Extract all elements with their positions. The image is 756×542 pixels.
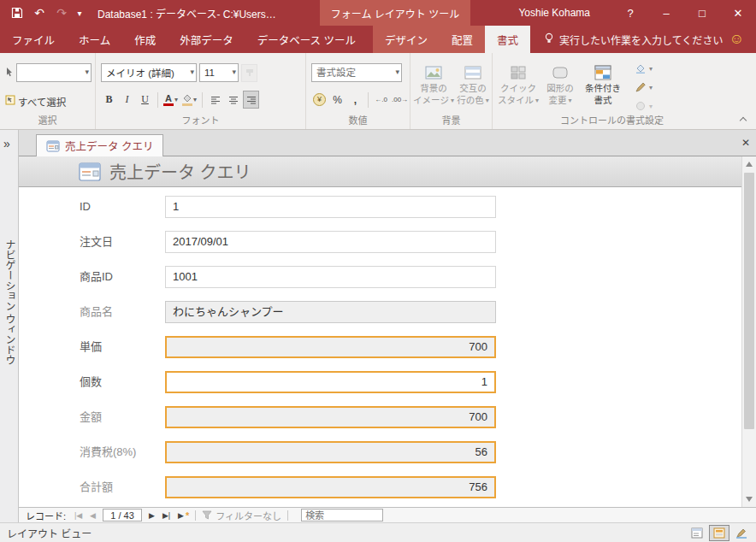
filter-status[interactable]: フィルターなし xyxy=(216,509,281,522)
currency-format-button[interactable]: ¥ xyxy=(311,91,328,109)
chevron-down-icon: ▾ xyxy=(85,68,89,76)
tab-create[interactable]: 作成 xyxy=(122,26,168,53)
scroll-down-icon[interactable] xyxy=(746,497,753,502)
chevron-down-icon: ▾ xyxy=(193,96,197,103)
form-body: ID 1 注文日 2017/09/01 商品ID 1001 商品名 わにちゃんシ… xyxy=(19,187,741,507)
form-field-row: ID 1 xyxy=(19,196,741,218)
current-record-box[interactable]: 1 / 43 xyxy=(103,509,142,521)
underline-button[interactable]: U xyxy=(137,91,153,109)
record-search-input[interactable] xyxy=(301,509,383,521)
scrollbar-thumb[interactable] xyxy=(744,173,754,429)
tab-home[interactable]: ホーム xyxy=(67,26,122,53)
form-field-row: 合計額 756 xyxy=(19,476,741,498)
maximize-button[interactable]: □ xyxy=(684,0,720,26)
form-document-area: 売上データ クエリ ID 1 注文日 2017/09/01 商品ID 1001 … xyxy=(19,156,756,507)
field-input-product-name[interactable]: わにちゃんシャンプー xyxy=(165,301,496,323)
comma-format-button[interactable]: , xyxy=(347,91,363,109)
align-right-button[interactable] xyxy=(243,91,259,109)
quick-styles-button[interactable]: クイック スタイル▾ xyxy=(496,60,540,118)
font-name-combobox[interactable]: ▾ xyxy=(101,63,197,82)
form-icon xyxy=(79,162,101,181)
minimize-button[interactable]: – xyxy=(648,0,684,26)
document-tab[interactable]: 売上データ クエリ xyxy=(36,134,163,156)
form-field-row: 金額 700 xyxy=(19,406,741,428)
tab-format[interactable]: 書式 xyxy=(485,26,530,53)
layout-view-icon xyxy=(713,527,725,539)
shape-outline-button[interactable]: ▾ xyxy=(631,79,656,96)
align-left-button[interactable] xyxy=(207,91,223,109)
titlebar: ↶ ↷ ▾ Database1 : データベース- C:¥Users… フォーム… xyxy=(0,0,756,26)
select-all-button[interactable]: すべて選択 xyxy=(17,92,67,110)
qat-customize-button[interactable]: ▾ xyxy=(74,3,86,23)
tab-design[interactable]: デザイン xyxy=(373,26,440,53)
quick-styles-icon xyxy=(509,64,528,81)
user-name[interactable]: Yoshie Kohama xyxy=(518,7,590,19)
shape-fill-button[interactable]: ▾ xyxy=(631,60,656,77)
object-selector-input[interactable] xyxy=(17,64,91,81)
paint-bucket-icon xyxy=(181,94,192,103)
field-input-unit-price[interactable]: 700 xyxy=(165,336,496,358)
background-image-button[interactable]: 背景の イメージ▾ xyxy=(414,60,453,118)
fill-color-swatch xyxy=(182,103,192,106)
ribbon-group-selection: ▾ すべて選択 選択 xyxy=(0,53,96,129)
layout-view-button[interactable] xyxy=(709,525,729,541)
feedback-smiley-icon[interactable]: ☺ xyxy=(729,26,744,53)
field-input-order-date[interactable]: 2017/09/01 xyxy=(165,231,496,253)
align-center-button[interactable] xyxy=(225,91,241,109)
design-view-button[interactable] xyxy=(731,525,752,541)
field-input-tax[interactable]: 56 xyxy=(165,441,496,463)
document-close-icon[interactable]: ✕ xyxy=(741,137,750,149)
object-selector-combobox[interactable]: ▾ xyxy=(16,63,92,82)
undo-button[interactable]: ↶ xyxy=(29,3,50,23)
field-input-total[interactable]: 756 xyxy=(165,476,496,498)
form-field-row: 個数 1 xyxy=(19,371,741,393)
group-label-number: 数値 xyxy=(306,113,410,127)
percent-format-button[interactable]: % xyxy=(329,91,346,109)
field-input-quantity[interactable]: 1 xyxy=(165,371,496,393)
help-button[interactable]: ? xyxy=(612,0,648,26)
form-field-row: 単価 700 xyxy=(19,336,741,358)
nav-pane-title[interactable]: ナビゲーション ウィンドウ xyxy=(3,239,17,365)
number-format-input[interactable] xyxy=(312,64,401,81)
format-painter-icon[interactable] xyxy=(241,64,257,82)
next-record-button[interactable]: ▶ xyxy=(145,511,159,520)
scroll-up-icon[interactable] xyxy=(746,162,753,167)
font-size-combobox[interactable]: ▾ xyxy=(199,63,239,82)
save-icon[interactable] xyxy=(7,3,27,23)
shape-effects-button[interactable]: ▾ xyxy=(631,97,656,115)
font-color-button[interactable]: A ▾ xyxy=(162,91,179,109)
tab-arrange[interactable]: 配置 xyxy=(440,26,485,53)
redo-button[interactable]: ↷ xyxy=(51,3,72,23)
form-view-button[interactable] xyxy=(687,525,707,541)
divider xyxy=(202,92,203,108)
close-button[interactable]: ✕ xyxy=(720,0,756,26)
expand-nav-pane-button[interactable]: » xyxy=(3,137,10,150)
navigation-pane-collapsed: » ナビゲーション ウィンドウ xyxy=(0,130,19,522)
number-format-combobox[interactable]: ▾ xyxy=(311,63,402,82)
italic-button[interactable]: I xyxy=(119,91,135,109)
fill-color-button[interactable]: ▾ xyxy=(180,91,198,109)
collapse-ribbon-icon[interactable] xyxy=(739,115,747,122)
bold-button[interactable]: B xyxy=(101,91,117,109)
vertical-scrollbar[interactable] xyxy=(741,156,756,507)
access-window: ↶ ↷ ▾ Database1 : データベース- C:¥Users… フォーム… xyxy=(0,0,756,542)
chevron-down-icon: ▾ xyxy=(649,65,653,73)
increase-decimal-button[interactable]: ←.0 xyxy=(373,91,389,109)
decrease-decimal-button[interactable]: .00→ xyxy=(391,91,409,109)
tab-database-tools[interactable]: データベース ツール xyxy=(245,26,368,53)
ribbon: ▾ すべて選択 選択 ▾ ▾ xyxy=(0,53,756,130)
first-record-button[interactable]: |◀ xyxy=(71,511,86,520)
field-input-amount[interactable]: 700 xyxy=(165,406,496,428)
tab-file[interactable]: ファイル xyxy=(0,26,67,53)
last-record-button[interactable]: ▶| xyxy=(159,511,174,520)
field-input-id[interactable]: 1 xyxy=(165,196,496,218)
chevron-down-icon: ▾ xyxy=(174,96,178,103)
field-input-product-id[interactable]: 1001 xyxy=(165,266,496,288)
previous-record-button[interactable]: ◀ xyxy=(86,511,100,520)
conditional-formatting-button[interactable]: 条件付き 書式 xyxy=(580,60,626,118)
tab-external-data[interactable]: 外部データ xyxy=(168,26,245,53)
font-name-input[interactable] xyxy=(102,64,196,81)
tell-me-box[interactable]: 実行したい作業を入力してください xyxy=(544,26,723,53)
alternate-row-color-button[interactable]: 交互の 行の色▾ xyxy=(453,60,493,118)
change-shape-button[interactable]: 図形の 変更▾ xyxy=(540,60,580,118)
